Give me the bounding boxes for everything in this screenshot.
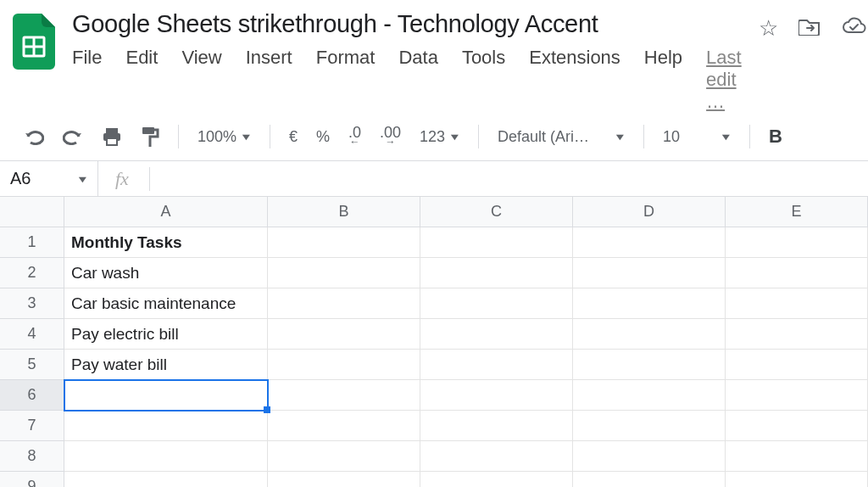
cell[interactable] (573, 441, 726, 472)
cell[interactable] (726, 441, 868, 472)
menu-file[interactable]: File (72, 47, 102, 113)
cell[interactable] (726, 380, 868, 411)
row-header[interactable]: 7 (0, 411, 64, 441)
star-icon[interactable]: ☆ (759, 15, 778, 42)
cell[interactable] (268, 441, 420, 472)
zoom-value: 100% (198, 128, 236, 146)
cell[interactable] (726, 411, 868, 441)
cell[interactable] (420, 350, 573, 380)
cell[interactable] (268, 319, 420, 350)
row-header[interactable]: 2 (0, 258, 64, 288)
cell[interactable] (268, 288, 420, 319)
cell[interactable] (726, 227, 868, 258)
font-family-label: Default (Ari… (498, 128, 589, 146)
cell[interactable] (573, 411, 726, 441)
menu-insert[interactable]: Insert (246, 47, 292, 113)
column-header[interactable]: B (268, 197, 420, 227)
cell[interactable] (420, 227, 573, 258)
chevron-down-icon: ▼ (720, 132, 732, 142)
cell[interactable] (420, 441, 573, 472)
paint-format-button[interactable] (141, 126, 159, 147)
menu-view[interactable]: View (181, 47, 221, 113)
row-header[interactable]: 5 (0, 350, 64, 380)
cell[interactable] (726, 288, 868, 319)
cell[interactable] (64, 441, 268, 472)
row-header[interactable]: 1 (0, 227, 64, 258)
cell[interactable] (268, 411, 420, 441)
more-formats-dropdown[interactable]: 123 ▼ (420, 128, 459, 146)
cell[interactable] (420, 288, 573, 319)
cell[interactable] (268, 227, 420, 258)
chevron-down-icon: ▼ (614, 132, 626, 142)
menu-edit[interactable]: Edit (125, 47, 158, 113)
cell[interactable] (420, 411, 573, 441)
cell[interactable] (64, 472, 268, 487)
toolbar: 100% ▼ € % .0 ← .00 → 123 ▼ Default (Ari… (0, 113, 868, 161)
decrease-decimal-button[interactable]: .0 ← (348, 126, 361, 147)
spreadsheet-grid: A B C D E 1Monthly Tasks2Car wash3Car ba… (0, 197, 868, 487)
cell[interactable] (573, 472, 726, 487)
cell[interactable] (573, 258, 726, 288)
svg-rect-6 (142, 127, 154, 134)
select-all-corner[interactable] (0, 197, 64, 227)
row-header[interactable]: 8 (0, 441, 64, 472)
cell[interactable] (64, 411, 268, 441)
format-currency-button[interactable]: € (289, 128, 298, 146)
cell[interactable] (726, 472, 868, 487)
row-header[interactable]: 6 (0, 380, 64, 411)
menu-extensions[interactable]: Extensions (529, 47, 620, 113)
cell[interactable]: Pay electric bill (64, 319, 268, 350)
cell[interactable] (64, 380, 268, 411)
bold-button[interactable]: B (769, 126, 782, 148)
last-edit-link[interactable]: Last edit … (706, 47, 742, 113)
cell[interactable]: Monthly Tasks (64, 227, 268, 258)
row-header[interactable]: 4 (0, 319, 64, 350)
redo-button[interactable] (63, 128, 83, 145)
document-title[interactable]: Google Sheets strikethrough - Technology… (72, 10, 742, 38)
cell[interactable]: Car basic maintenance (64, 288, 268, 319)
column-header[interactable]: C (420, 197, 573, 227)
column-header[interactable]: D (573, 197, 726, 227)
cell[interactable] (573, 380, 726, 411)
cell[interactable] (268, 258, 420, 288)
cell[interactable] (726, 258, 868, 288)
formula-bar-input[interactable] (170, 170, 764, 188)
increase-decimal-button[interactable]: .00 → (380, 126, 401, 147)
menu-format[interactable]: Format (316, 47, 376, 113)
menu-data[interactable]: Data (398, 47, 437, 113)
cell[interactable] (573, 227, 726, 258)
font-size-dropdown[interactable]: 10 ▼ (663, 128, 731, 146)
cell[interactable] (420, 258, 573, 288)
cell[interactable] (573, 350, 726, 380)
format-percent-button[interactable]: % (316, 128, 330, 146)
cell[interactable] (268, 472, 420, 487)
cell[interactable] (420, 380, 573, 411)
row-header[interactable]: 9 (0, 472, 64, 487)
svg-rect-5 (107, 138, 117, 145)
menu-help[interactable]: Help (644, 47, 682, 113)
cell[interactable] (573, 319, 726, 350)
cloud-status-icon[interactable] (841, 15, 866, 42)
cell[interactable]: Car wash (64, 258, 268, 288)
zoom-dropdown[interactable]: 100% ▼ (198, 128, 251, 146)
name-box[interactable]: A6 ▼ (0, 161, 98, 196)
move-to-folder-icon[interactable] (798, 15, 821, 42)
cell[interactable]: Pay water bill (64, 350, 268, 380)
cell[interactable] (268, 380, 420, 411)
cell[interactable] (420, 319, 573, 350)
cell[interactable] (726, 350, 868, 380)
cell[interactable] (573, 288, 726, 319)
more-formats-label: 123 (420, 128, 445, 146)
cell[interactable] (268, 350, 420, 380)
undo-button[interactable] (24, 128, 44, 145)
cell[interactable] (420, 472, 573, 487)
column-header[interactable]: A (64, 197, 268, 227)
font-family-dropdown[interactable]: Default (Ari… ▼ (498, 128, 625, 146)
column-header[interactable]: E (726, 197, 868, 227)
row-header[interactable]: 3 (0, 288, 64, 319)
sheets-logo[interactable] (13, 10, 55, 71)
selection-handle[interactable] (264, 406, 270, 413)
menu-tools[interactable]: Tools (462, 47, 505, 113)
cell[interactable] (726, 319, 868, 350)
print-button[interactable] (102, 127, 122, 146)
